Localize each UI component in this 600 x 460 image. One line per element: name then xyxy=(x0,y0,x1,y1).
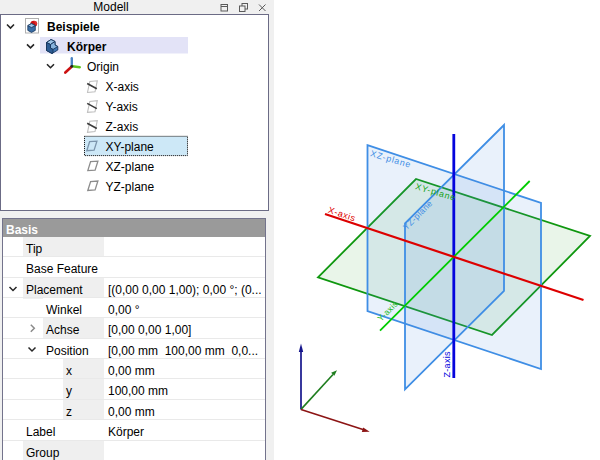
svg-text:Z-axis: Z-axis xyxy=(442,351,452,377)
